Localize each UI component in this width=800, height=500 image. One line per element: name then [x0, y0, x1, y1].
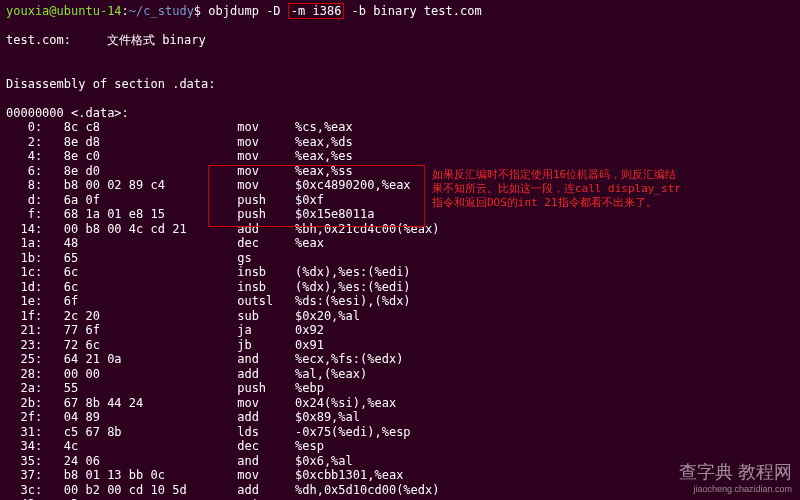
annotation-text: 如果反汇编时不指定使用16位机器码，则反汇编结 果不知所云。比如这一段，连cal… — [432, 168, 681, 210]
disasm-row: 3c: 00 b2 00 cd 10 5d add %dh,0x5d10cd00… — [6, 483, 794, 498]
file-format-line: test.com: 文件格式 binary — [6, 33, 794, 48]
disasm-row: 1f: 2c 20 sub $0x20,%al — [6, 309, 794, 324]
disasm-row: 1e: 6f outsl %ds:(%esi),(%dx) — [6, 294, 794, 309]
disasm-row: 28: 00 00 add %al,(%eax) — [6, 367, 794, 382]
prompt-user: youxia@ubuntu-14 — [6, 4, 122, 18]
command-highlight: -m i386 — [288, 3, 345, 19]
disasm-row: 1d: 6c insb (%dx),%es:(%edi) — [6, 280, 794, 295]
disasm-row: 21: 77 6f ja 0x92 — [6, 323, 794, 338]
prompt-line[interactable]: youxia@ubuntu-14:~/c_study$ objdump -D -… — [6, 4, 794, 19]
disasm-row: 23: 72 6c jb 0x91 — [6, 338, 794, 353]
command-prefix: objdump -D — [208, 4, 287, 18]
section-label: 00000000 <.data>: — [6, 106, 794, 121]
terminal-output: youxia@ubuntu-14:~/c_study$ objdump -D -… — [0, 0, 800, 500]
disasm-row: 2: 8e d8 mov %eax,%ds — [6, 135, 794, 150]
disasm-row: 1c: 6c insb (%dx),%es:(%edi) — [6, 265, 794, 280]
prompt-path: ~/c_study — [129, 4, 194, 18]
annotation-box — [208, 165, 425, 227]
command-suffix: -b binary test.com — [344, 4, 481, 18]
disasm-row: 1b: 65 gs — [6, 251, 794, 266]
disasm-header: Disassembly of section .data: — [6, 77, 794, 92]
disasm-row: 4: 8e c0 mov %eax,%es — [6, 149, 794, 164]
disasm-row: 1a: 48 dec %eax — [6, 236, 794, 251]
disasm-row: 2a: 55 push %ebp — [6, 381, 794, 396]
disasm-row: 31: c5 67 8b lds -0x75(%edi),%esp — [6, 425, 794, 440]
watermark: 查字典 教程网 jiaocheng.chazidian.com — [679, 460, 792, 494]
disasm-row: 35: 24 06 and $0x6,%al — [6, 454, 794, 469]
disasm-row: 25: 64 21 0a and %ecx,%fs:(%edx) — [6, 352, 794, 367]
disasm-row: 34: 4c dec %esp — [6, 439, 794, 454]
disasm-row: 0: 8c c8 mov %cs,%eax — [6, 120, 794, 135]
disasm-row: 37: b8 01 13 bb 0c mov $0xcbb1301,%eax — [6, 468, 794, 483]
disasm-row: 2f: 04 89 add $0x89,%al — [6, 410, 794, 425]
disasm-row: 2b: 67 8b 44 24 mov 0x24(%si),%eax — [6, 396, 794, 411]
